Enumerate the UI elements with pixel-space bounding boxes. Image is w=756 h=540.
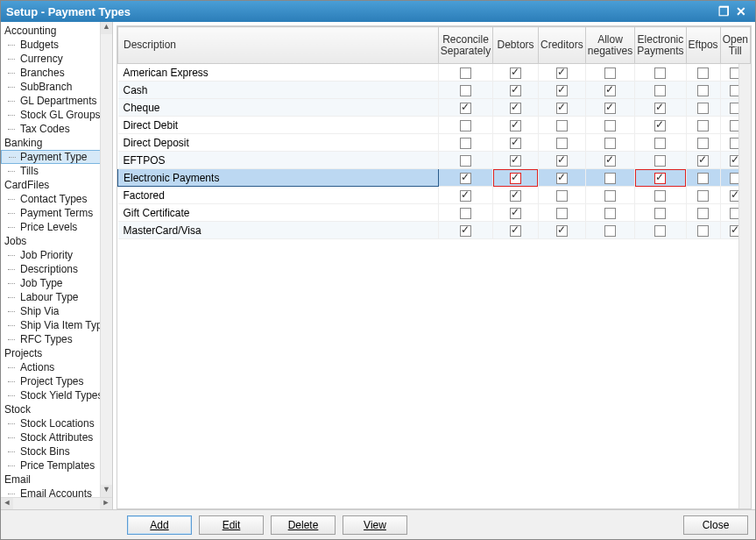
checkbox-icon[interactable]	[556, 85, 568, 96]
checkbox-cell[interactable]	[538, 82, 585, 99]
tree-item[interactable]: GL Departments	[1, 94, 112, 108]
checkbox-cell[interactable]	[686, 152, 720, 169]
tree-group[interactable]: Banking	[1, 136, 112, 150]
checkbox-icon[interactable]	[604, 173, 616, 184]
checkbox-cell[interactable]	[493, 169, 539, 187]
tree-item[interactable]: Descriptions	[1, 262, 112, 276]
checkbox-icon[interactable]	[460, 103, 471, 114]
checkbox-cell[interactable]	[538, 99, 585, 117]
checkbox-icon[interactable]	[604, 68, 616, 79]
scroll-left-icon[interactable]: ◄	[1, 498, 13, 509]
checkbox-icon[interactable]	[460, 190, 471, 202]
checkbox-icon[interactable]	[654, 155, 666, 167]
row-description[interactable]: EFTPOS	[118, 152, 439, 169]
column-header[interactable]: Open Till	[720, 27, 750, 64]
checkbox-cell[interactable]	[493, 99, 539, 117]
checkbox-cell[interactable]	[493, 64, 539, 82]
tree-item[interactable]: Price Templates	[1, 458, 112, 472]
checkbox-cell[interactable]	[635, 134, 686, 152]
checkbox-icon[interactable]	[556, 120, 568, 131]
checkbox-cell[interactable]	[635, 204, 686, 222]
column-header[interactable]: Electronic Payments	[635, 27, 686, 64]
tree-item[interactable]: Price Levels	[1, 220, 112, 234]
checkbox-icon[interactable]	[556, 155, 568, 167]
tree-item[interactable]: Job Priority	[1, 248, 112, 262]
row-description[interactable]: American Express	[118, 64, 439, 82]
checkbox-cell[interactable]	[438, 134, 492, 152]
checkbox-cell[interactable]	[686, 82, 720, 99]
column-header[interactable]: Reconcile Separately	[438, 27, 492, 64]
view-button[interactable]: View	[343, 515, 407, 535]
checkbox-icon[interactable]	[460, 225, 471, 237]
checkbox-cell[interactable]	[686, 222, 720, 239]
add-button[interactable]: Add	[127, 515, 192, 535]
checkbox-icon[interactable]	[697, 225, 709, 237]
checkbox-cell[interactable]	[686, 187, 720, 204]
checkbox-cell[interactable]	[585, 152, 634, 169]
checkbox-icon[interactable]	[697, 120, 709, 131]
checkbox-icon[interactable]	[510, 190, 521, 202]
table-row[interactable]: Gift Certificate	[118, 204, 751, 222]
checkbox-icon[interactable]	[654, 208, 666, 219]
checkbox-cell[interactable]	[538, 169, 585, 187]
restore-icon[interactable]: ❐	[715, 4, 732, 18]
row-description[interactable]: Direct Deposit	[118, 134, 439, 152]
checkbox-cell[interactable]	[493, 82, 539, 99]
row-description[interactable]: Electronic Payments	[118, 169, 439, 187]
checkbox-icon[interactable]	[654, 68, 666, 79]
table-row[interactable]: Factored	[118, 187, 751, 204]
tree-item[interactable]: Stock Attributes	[1, 430, 112, 444]
checkbox-icon[interactable]	[654, 120, 666, 131]
checkbox-icon[interactable]	[654, 173, 666, 184]
tree-item[interactable]: Stock Yield Types	[1, 388, 112, 402]
checkbox-icon[interactable]	[510, 103, 521, 114]
tree-item[interactable]: Ship Via	[1, 304, 112, 318]
checkbox-icon[interactable]	[697, 138, 709, 149]
checkbox-icon[interactable]	[654, 225, 666, 237]
column-header[interactable]: Debtors	[493, 27, 539, 64]
checkbox-icon[interactable]	[510, 155, 521, 167]
checkbox-icon[interactable]	[556, 208, 568, 219]
tree-item[interactable]: Job Type	[1, 276, 112, 290]
checkbox-icon[interactable]	[510, 85, 521, 96]
checkbox-icon[interactable]	[460, 208, 471, 219]
checkbox-icon[interactable]	[654, 103, 666, 114]
checkbox-cell[interactable]	[438, 64, 492, 82]
checkbox-cell[interactable]	[493, 222, 539, 239]
sidebar-hscroll[interactable]: ◄ ►	[1, 497, 112, 509]
checkbox-cell[interactable]	[538, 152, 585, 169]
checkbox-icon[interactable]	[556, 103, 568, 114]
scroll-down-icon[interactable]: ▼	[101, 485, 112, 497]
tree-item[interactable]: RFC Types	[1, 332, 112, 346]
edit-button[interactable]: Edit	[199, 515, 264, 535]
checkbox-cell[interactable]	[686, 64, 720, 82]
checkbox-cell[interactable]	[585, 82, 634, 99]
checkbox-cell[interactable]	[438, 187, 492, 204]
table-row[interactable]: Direct Debit	[118, 117, 751, 134]
checkbox-icon[interactable]	[654, 190, 666, 202]
checkbox-cell[interactable]	[686, 134, 720, 152]
tree-item[interactable]: Actions	[1, 360, 112, 374]
checkbox-cell[interactable]	[585, 222, 634, 239]
tree-item[interactable]: Ship Via Item Types	[1, 318, 112, 332]
checkbox-cell[interactable]	[493, 134, 539, 152]
checkbox-cell[interactable]	[635, 82, 686, 99]
checkbox-icon[interactable]	[510, 173, 521, 184]
column-header[interactable]: Allow negatives	[585, 27, 634, 64]
scroll-up-icon[interactable]: ▲	[101, 22, 112, 34]
row-description[interactable]: Cheque	[118, 99, 439, 117]
checkbox-icon[interactable]	[604, 225, 616, 237]
tree-item[interactable]: Stock GL Groups	[1, 108, 112, 122]
checkbox-cell[interactable]	[438, 169, 492, 187]
checkbox-cell[interactable]	[585, 169, 634, 187]
checkbox-icon[interactable]	[510, 120, 521, 131]
checkbox-icon[interactable]	[654, 138, 666, 149]
sidebar-scrollbar[interactable]: ▲ ▼	[100, 22, 112, 497]
tree-group[interactable]: Jobs	[1, 234, 112, 248]
checkbox-cell[interactable]	[635, 64, 686, 82]
checkbox-cell[interactable]	[686, 117, 720, 134]
tree-group[interactable]: Accounting	[1, 24, 112, 38]
checkbox-cell[interactable]	[493, 117, 539, 134]
checkbox-cell[interactable]	[538, 187, 585, 204]
checkbox-icon[interactable]	[556, 190, 568, 202]
